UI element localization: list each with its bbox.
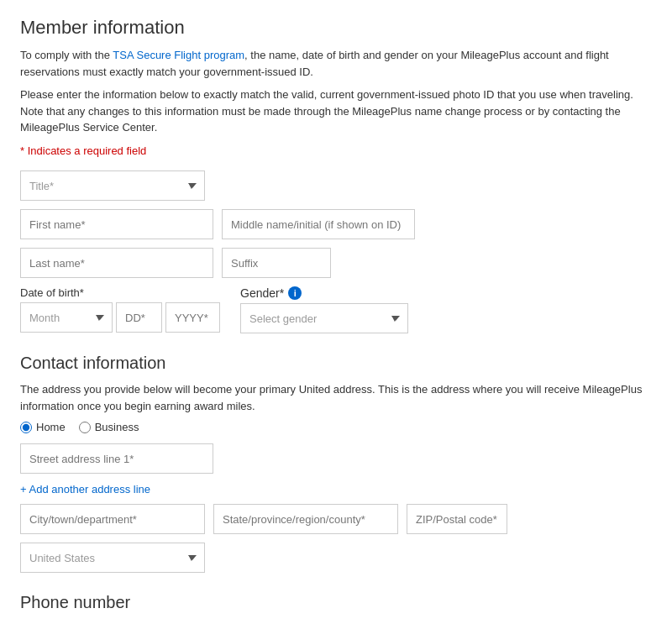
phone-title: Phone number: [20, 593, 652, 612]
last-name-input[interactable]: [20, 248, 213, 278]
month-select-wrapper: Month JanuaryFebruaryMarch AprilMayJune …: [20, 302, 113, 333]
country-row: United States Canada United Kingdom Othe…: [20, 543, 652, 573]
gender-select-wrapper: Select gender Male Female ▼: [240, 303, 408, 333]
phone-number-section: Phone number Enter either a mobile phone…: [20, 593, 652, 624]
member-information-section: Member information To comply with the TS…: [20, 17, 652, 333]
name-row-2: [20, 248, 652, 278]
dob-inputs: Month JanuaryFebruaryMarch AprilMayJune …: [20, 302, 220, 333]
business-radio-label[interactable]: Business: [79, 421, 139, 433]
gender-group: Gender* i Select gender Male Female ▼: [240, 286, 408, 333]
contact-description: The address you provide below will becom…: [20, 381, 652, 414]
first-name-input[interactable]: [20, 209, 213, 239]
name-row-1: [20, 209, 652, 239]
month-select[interactable]: Month JanuaryFebruaryMarch AprilMayJune …: [20, 302, 113, 333]
gender-label: Gender*: [240, 286, 284, 300]
home-radio-label[interactable]: Home: [20, 421, 66, 433]
phone-description: Enter either a mobile phone number or a …: [20, 621, 652, 624]
dob-label: Date of birth*: [20, 286, 220, 299]
home-label: Home: [36, 421, 66, 433]
city-input[interactable]: [20, 504, 205, 534]
suffix-input[interactable]: [222, 248, 331, 278]
city-state-zip-row: [20, 504, 652, 534]
add-address-link[interactable]: + Add another address line: [20, 483, 150, 496]
gender-label-row: Gender* i: [240, 286, 408, 300]
title-select[interactable]: Title* Mr. Mrs. Ms. Dr. Prof.: [20, 170, 205, 201]
member-info-title: Member information: [20, 17, 652, 39]
country-select[interactable]: United States Canada United Kingdom Othe…: [20, 543, 205, 573]
gender-info-icon[interactable]: i: [288, 286, 302, 300]
required-note: * Indicates a required field: [20, 143, 652, 160]
street-address-input[interactable]: [20, 443, 213, 474]
home-radio[interactable]: [20, 422, 32, 433]
gender-select[interactable]: Select gender Male Female: [240, 303, 408, 333]
address-type-group: Home Business: [20, 421, 652, 433]
title-select-wrapper: Title* Mr. Mrs. Ms. Dr. Prof. ▼: [20, 170, 205, 201]
dd-input[interactable]: [116, 302, 162, 333]
instructions-paragraph: Please enter the information below to ex…: [20, 87, 652, 136]
dob-group: Date of birth* Month JanuaryFebruaryMarc…: [20, 286, 220, 333]
country-select-wrapper: United States Canada United Kingdom Othe…: [20, 543, 205, 573]
contact-information-section: Contact information The address you prov…: [20, 354, 652, 573]
business-radio[interactable]: [79, 422, 91, 433]
contact-info-title: Contact information: [20, 354, 652, 373]
zip-input[interactable]: [407, 504, 507, 534]
business-label: Business: [95, 421, 139, 433]
yyyy-input[interactable]: [165, 302, 220, 333]
state-input[interactable]: [213, 504, 398, 534]
street-row: [20, 443, 652, 474]
tsa-link[interactable]: TSA Secure Flight program: [113, 49, 244, 61]
tsa-paragraph: To comply with the TSA Secure Flight pro…: [20, 47, 652, 80]
title-row: Title* Mr. Mrs. Ms. Dr. Prof. ▼: [20, 170, 652, 201]
middle-name-input[interactable]: [222, 209, 415, 239]
dob-gender-row: Date of birth* Month JanuaryFebruaryMarc…: [20, 286, 652, 333]
